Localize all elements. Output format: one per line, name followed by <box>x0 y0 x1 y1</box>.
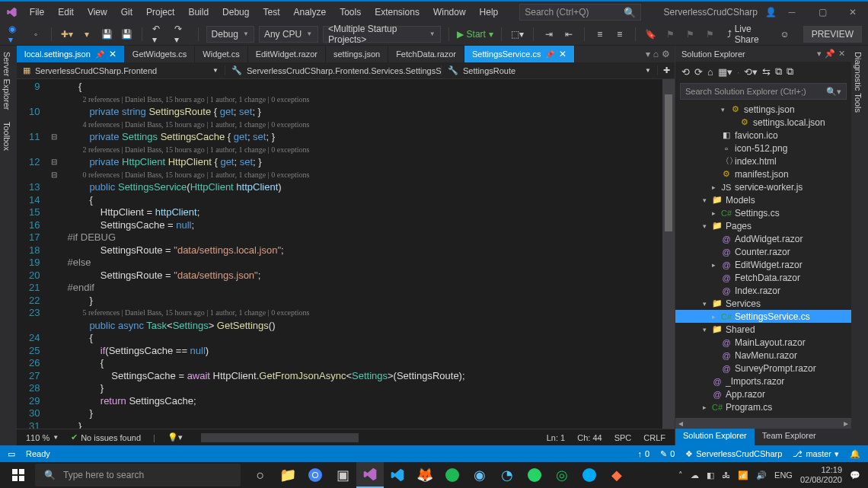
tree-manifest-json[interactable]: ⚙manifest.json <box>675 167 851 180</box>
status-changes[interactable]: ✎ 0 <box>660 449 675 459</box>
task-app1-icon[interactable]: ◔ <box>493 462 521 488</box>
sol-close-icon[interactable]: ✕ <box>838 49 845 59</box>
tray-onedrive-icon[interactable]: ☁ <box>691 470 699 480</box>
tree-AddWidget-razor[interactable]: @AddWidget.razor <box>675 232 851 245</box>
tab-home-icon[interactable]: ⌂ <box>653 49 659 59</box>
status-push[interactable]: ↑ 0 <box>638 449 650 458</box>
sol-home-icon[interactable]: ⟲ <box>681 66 690 78</box>
nav-fwd-button[interactable]: ◦ <box>28 26 43 43</box>
tree-App-razor[interactable]: @App.razor <box>675 388 851 400</box>
task-cortana-icon[interactable]: ○ <box>247 462 274 488</box>
code-editor[interactable]: 9101112131415161718192021222324252627282… <box>17 79 675 429</box>
sol-sync-icon[interactable]: ▦▾ <box>718 66 732 78</box>
tree-Index-razor[interactable]: @Index.razor <box>675 284 851 297</box>
menu-view[interactable]: View <box>81 4 113 21</box>
start-button-win[interactable] <box>3 462 34 488</box>
tree-index-html[interactable]: 〈〉index.html <box>675 155 851 167</box>
tab-gear-icon[interactable]: ⚙ <box>662 49 670 59</box>
solution-hscroll[interactable]: ◂▸ <box>675 418 851 429</box>
nav-class-dropdown[interactable]: 🔧ServerlessCrudCSharp.Frontend.Services.… <box>225 65 442 75</box>
nav-back-button[interactable]: ◉ ▾ <box>6 26 24 43</box>
task-vs-icon[interactable] <box>356 462 384 488</box>
sol-show-icon[interactable]: ⧉ <box>775 65 782 78</box>
tab-EditWidget-razor[interactable]: EditWidget.razor <box>248 46 326 62</box>
solution-header[interactable]: Solution Explorer ▾📌✕ <box>675 46 851 62</box>
sol-pin-icon[interactable]: 📌 <box>825 49 835 59</box>
undo-button[interactable]: ↶ ▾ <box>150 26 168 43</box>
status-repo[interactable]: ❖ ServerlessCrudCSharp <box>685 449 782 459</box>
bk2[interactable]: ⚑ <box>663 26 678 43</box>
tree-MainLayout-razor[interactable]: @MainLayout.razor <box>675 336 851 349</box>
redo-button[interactable]: ↷ ▾ <box>172 26 190 43</box>
task-terminal-icon[interactable]: ▣ <box>329 462 356 488</box>
tab-local-settings-json[interactable]: local.settings.json📌✕ <box>17 46 125 62</box>
menu-tools[interactable]: Tools <box>333 4 367 21</box>
tree-NavMenu-razor[interactable]: @NavMenu.razor <box>675 349 851 362</box>
close-button[interactable]: ✕ <box>838 2 868 23</box>
rail-server-explorer[interactable]: Server Explorer <box>0 46 17 116</box>
fold-column[interactable]: ⊟⊟⊟ <box>49 79 59 429</box>
taskbar-search[interactable]: 🔍 Type here to search <box>35 464 241 486</box>
tab-GetWidgets-cs[interactable]: GetWidgets.cs <box>125 46 196 62</box>
tray-app-icon[interactable]: ◧ <box>707 470 714 480</box>
platform-dropdown[interactable]: Any CPU▼ <box>259 26 318 43</box>
sol-dd-icon[interactable]: ▾ <box>817 49 822 59</box>
solution-tree[interactable]: ▾⚙settings.json⚙settings.local.json◧favi… <box>675 101 851 418</box>
task-explorer-icon[interactable]: 📁 <box>274 462 302 488</box>
config-dropdown[interactable]: Debug▼ <box>206 26 254 43</box>
split-btn[interactable]: ✚ <box>658 65 675 75</box>
menu-window[interactable]: Window <box>427 4 472 21</box>
sol-refresh-icon[interactable]: ⟲▾ <box>744 66 758 78</box>
tree-Models[interactable]: ▾📁Models <box>675 193 851 206</box>
tray-clock[interactable]: 12:19 02/08/2020 <box>800 465 842 485</box>
search-input[interactable]: Search (Ctrl+Q) 🔍 <box>519 4 640 21</box>
tree-Program-cs[interactable]: ▸C#Program.cs <box>675 400 851 413</box>
sol-house-icon[interactable]: ⌂ <box>707 66 713 78</box>
sol-prop-icon[interactable]: ⧉ <box>787 65 793 78</box>
status-bell-icon[interactable]: 🔔 <box>850 449 860 459</box>
tab-Widget-cs[interactable]: Widget.cs <box>195 46 247 62</box>
menu-test[interactable]: Test <box>257 4 286 21</box>
tree-Pages[interactable]: ▾📁Pages <box>675 219 851 232</box>
code-content[interactable]: { 2 references | Daniel Bass, 15 hours a… <box>59 79 675 429</box>
save-button[interactable]: 💾 <box>99 26 114 43</box>
tab-settings-json[interactable]: settings.json <box>326 46 388 62</box>
preview-button[interactable]: PREVIEW <box>803 26 862 43</box>
tray-up-icon[interactable]: ˄ <box>678 470 683 480</box>
tree-SettingsService-cs[interactable]: ▸C#SettingsService.cs <box>675 310 851 323</box>
task-app4-icon[interactable]: ◆ <box>603 462 630 488</box>
tray-notif-icon[interactable]: 💬 <box>850 470 860 480</box>
tray-net-icon[interactable]: 🖧 <box>722 470 730 480</box>
task-app3-icon[interactable] <box>576 462 603 488</box>
tree-service-worker-js[interactable]: ▸JSservice-worker.js <box>675 180 851 193</box>
browser-btn[interactable]: ⬚▾ <box>509 26 525 43</box>
step-btn1[interactable]: ⇥ <box>541 26 557 43</box>
rail-toolbox[interactable]: Toolbox <box>0 116 17 157</box>
tray-sound-icon[interactable]: 🔊 <box>756 470 767 480</box>
horizontal-scrollbar[interactable] <box>201 433 359 442</box>
menu-analyze[interactable]: Analyze <box>287 4 332 21</box>
tab-SettingsService-cs[interactable]: SettingsService.cs📌✕ <box>464 46 575 62</box>
sol-tab-team-explorer[interactable]: Team Explorer <box>755 429 824 445</box>
tab-FetchData-razor[interactable]: FetchData.razor <box>388 46 464 62</box>
sol-tab-solution-explorer[interactable]: Solution Explorer <box>675 429 755 445</box>
save-all-button[interactable]: 💾 <box>119 26 134 43</box>
tray-wifi-icon[interactable]: 📶 <box>738 470 748 480</box>
tree-EditWidget-razor[interactable]: ▸@EditWidget.razor <box>675 258 851 271</box>
solution-search[interactable]: Search Solution Explorer (Ctrl+;) 🔍▾ <box>680 83 847 100</box>
tree-Services[interactable]: ▾📁Services <box>675 297 851 310</box>
task-spotify-icon[interactable] <box>439 462 466 488</box>
tree-settings-local-json[interactable]: ⚙settings.local.json <box>675 116 851 129</box>
bk4[interactable]: ⚑ <box>703 26 718 43</box>
nav-project-dropdown[interactable]: ▦ServerlessCrudCSharp.Frontend▼ <box>17 65 225 75</box>
tab-dropdown-icon[interactable]: ▾ <box>646 49 650 59</box>
menu-edit[interactable]: Edit <box>52 4 80 21</box>
start-button[interactable]: ▶ Start ▾ <box>457 29 493 40</box>
feedback-btn[interactable]: ☺ <box>777 26 793 43</box>
live-share-button[interactable]: ⤴ Live Share <box>727 24 773 45</box>
sol-collapse-icon[interactable]: ⇆ <box>762 66 771 78</box>
bk3[interactable]: ⚑ <box>683 26 698 43</box>
nav-member-dropdown[interactable]: 🔧SettingsRoute▼ <box>442 65 658 75</box>
issues-indicator[interactable]: ✔No issues found <box>71 432 141 442</box>
sol-home2-icon[interactable]: ⟳ <box>694 66 703 78</box>
